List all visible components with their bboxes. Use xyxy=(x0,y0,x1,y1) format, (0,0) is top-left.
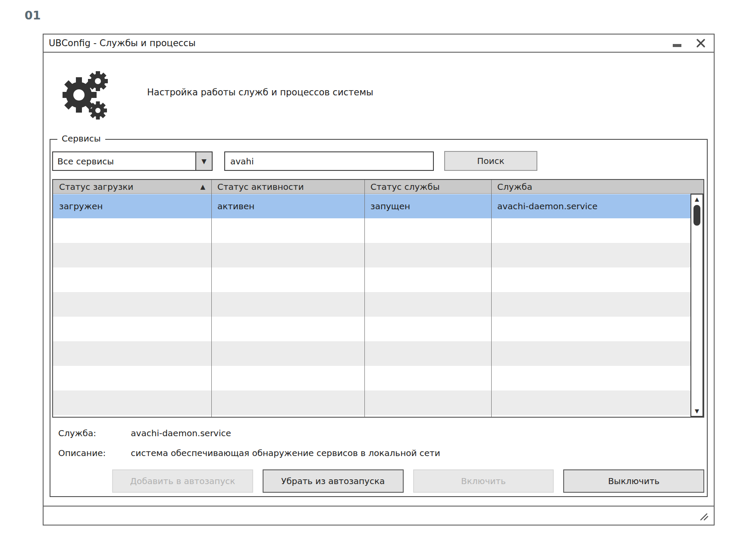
services-table: Статус загрузки ▲ Статус активности Стат… xyxy=(52,179,704,418)
ubconfig-window: UBConfig - Службы и процессы xyxy=(43,34,715,526)
detail-service-label: Служба: xyxy=(58,428,128,438)
action-buttons-row: Добавить в автозапуск Убрать из автозапу… xyxy=(112,469,704,493)
column-divider xyxy=(491,180,492,417)
sort-ascending-icon: ▲ xyxy=(200,183,205,191)
table-header-row: Статус загрузки ▲ Статус активности Стат… xyxy=(53,180,703,194)
figure-label: 01 xyxy=(25,9,41,22)
detail-description-row: Описание: система обеспечивающая обнаруж… xyxy=(58,448,440,458)
cell-service-status: запущен xyxy=(364,194,491,218)
detail-description-value: система обеспечивающая обнаружение серви… xyxy=(131,448,440,458)
chevron-down-icon: ▼ xyxy=(201,157,207,165)
detail-description-label: Описание: xyxy=(58,448,128,458)
window-titlebar: UBConfig - Службы и процессы xyxy=(44,35,714,53)
column-header-label: Статус службы xyxy=(370,182,439,192)
window-title: UBConfig - Службы и процессы xyxy=(49,38,195,48)
column-header-label: Статус загрузки xyxy=(59,182,133,192)
column-header-load-status[interactable]: Статус загрузки ▲ xyxy=(53,180,211,193)
dropdown-selected-value: Все сервисы xyxy=(53,152,195,170)
remove-from-autostart-button[interactable]: Убрать из автозапуска xyxy=(263,469,404,493)
scroll-up-icon[interactable]: ▲ xyxy=(691,196,703,202)
window-controls xyxy=(671,37,707,49)
column-header-label: Статус активности xyxy=(217,182,304,192)
add-to-autostart-button: Добавить в автозапуск xyxy=(112,469,253,493)
column-header-service[interactable]: Служба xyxy=(491,180,703,193)
column-divider xyxy=(364,180,365,417)
services-gears-icon xyxy=(63,70,111,120)
column-divider xyxy=(211,180,212,417)
detail-service-row: Служба: avachi-daemon.service xyxy=(58,428,231,438)
column-header-label: Служба xyxy=(497,182,532,192)
cell-load-status: загружен xyxy=(53,194,211,218)
close-button[interactable] xyxy=(695,37,707,49)
minimize-icon xyxy=(673,44,681,47)
enable-service-button: Включить xyxy=(413,469,554,493)
detail-service-value: avachi-daemon.service xyxy=(131,428,231,438)
dropdown-arrow-button[interactable]: ▼ xyxy=(195,152,212,170)
screenshot-canvas: 01 UBConfig - Службы и процессы xyxy=(0,0,756,535)
table-row-selected[interactable]: загружен активен запущен avachi-daemon.s… xyxy=(53,194,690,218)
column-header-service-status[interactable]: Статус службы xyxy=(364,180,491,193)
services-groupbox: Сервисы Все сервисы ▼ Поиск Статус загру… xyxy=(50,139,708,497)
status-bar xyxy=(44,506,714,525)
scrollbar-thumb[interactable] xyxy=(693,205,700,226)
scroll-down-icon[interactable]: ▼ xyxy=(691,408,703,414)
disable-service-button[interactable]: Выключить xyxy=(563,469,704,493)
column-header-active-status[interactable]: Статус активности xyxy=(211,180,364,193)
service-filter-dropdown[interactable]: Все сервисы ▼ xyxy=(52,151,213,171)
table-scrollbar[interactable]: ▲ ▼ xyxy=(690,194,703,417)
search-input[interactable] xyxy=(224,151,434,171)
cell-active-status: активен xyxy=(211,194,364,218)
app-description: Настройка работы служб и процессов систе… xyxy=(147,87,373,98)
cell-service: avachi-daemon.service xyxy=(491,194,690,218)
search-button[interactable]: Поиск xyxy=(444,151,537,171)
table-empty-rows xyxy=(53,218,690,417)
close-icon xyxy=(696,38,706,48)
groupbox-label: Сервисы xyxy=(57,133,105,144)
resize-grip-icon[interactable] xyxy=(698,512,709,521)
minimize-button[interactable] xyxy=(671,37,683,49)
